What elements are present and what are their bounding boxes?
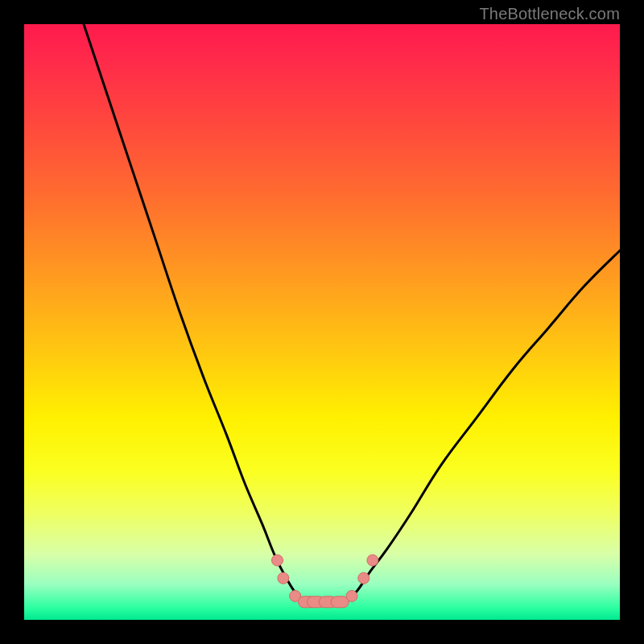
curve-layer <box>84 24 620 603</box>
plot-area <box>24 24 620 620</box>
svg-rect-6 <box>331 597 349 608</box>
svg-rect-1 <box>278 572 289 584</box>
marker-dot <box>367 555 378 566</box>
svg-rect-8 <box>358 572 369 584</box>
marker-dot <box>278 572 289 584</box>
svg-rect-9 <box>367 555 378 566</box>
marker-dot <box>331 597 349 608</box>
marker-dot <box>358 572 369 584</box>
chart-svg <box>24 24 620 620</box>
svg-rect-0 <box>272 555 283 566</box>
marker-dot <box>346 590 357 601</box>
marker-layer <box>272 555 378 608</box>
marker-dot <box>272 555 283 566</box>
svg-rect-7 <box>346 590 357 601</box>
chart-frame: TheBottleneck.com <box>0 0 644 644</box>
watermark-text: TheBottleneck.com <box>479 5 620 23</box>
bottleneck-curve <box>84 24 620 603</box>
